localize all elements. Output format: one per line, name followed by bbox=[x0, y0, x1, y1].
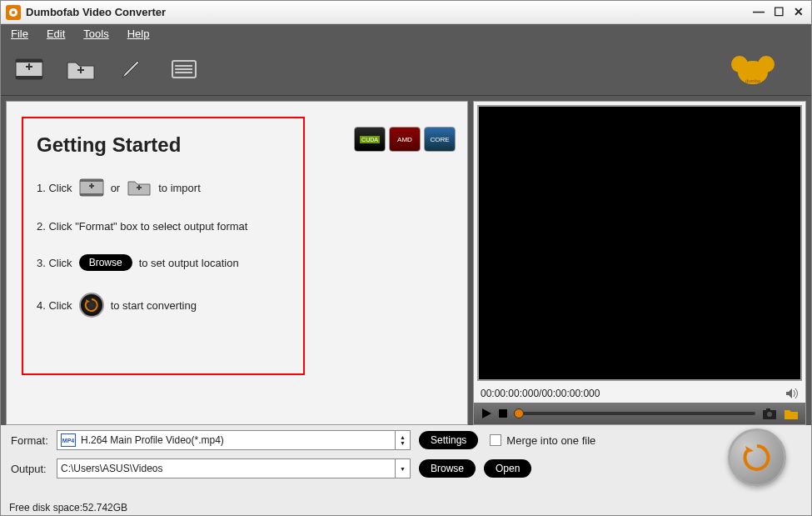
player-controls bbox=[474, 403, 805, 424]
convert-icon-example bbox=[79, 293, 104, 318]
format-label: Format: bbox=[11, 434, 57, 447]
merge-checkbox[interactable] bbox=[490, 434, 501, 446]
svg-point-14 bbox=[175, 68, 177, 70]
menu-help[interactable]: Help bbox=[127, 28, 150, 40]
open-folder-button[interactable] bbox=[784, 407, 799, 420]
mp4-icon: MP4 bbox=[61, 433, 76, 447]
maximize-button[interactable]: ☐ bbox=[771, 5, 786, 20]
svg-rect-3 bbox=[16, 59, 42, 63]
svg-rect-24 bbox=[91, 183, 92, 188]
menu-bar: File Edit Tools Help bbox=[1, 24, 811, 43]
getting-started-box: Getting Started 1. Click or to import 2.… bbox=[22, 117, 305, 375]
svg-point-17 bbox=[731, 56, 748, 73]
video-preview bbox=[477, 105, 802, 381]
step3-prefix: 3. Click bbox=[37, 257, 72, 269]
menu-file[interactable]: File bbox=[11, 28, 28, 40]
toolbar: dumbo bbox=[1, 43, 811, 96]
svg-rect-6 bbox=[28, 63, 30, 70]
output-label: Output: bbox=[11, 463, 57, 475]
svg-rect-21 bbox=[80, 179, 103, 182]
film-add-icon bbox=[79, 177, 104, 198]
cuda-badge: CUDA bbox=[354, 127, 386, 152]
intel-badge: CORE bbox=[424, 127, 456, 152]
title-bar: Dumbofab Video Converter — ☐ ✕ bbox=[1, 1, 811, 24]
svg-text:dumbo: dumbo bbox=[745, 78, 761, 83]
step1-prefix: 1. Click bbox=[37, 182, 72, 194]
open-button[interactable]: Open bbox=[484, 459, 531, 478]
preview-panel: 00:00:00:000/00:00:00:000 bbox=[473, 101, 806, 425]
gpu-badges: CUDA AMD CORE bbox=[354, 127, 456, 152]
step4-suffix: to start converting bbox=[111, 299, 197, 312]
play-button[interactable] bbox=[481, 408, 492, 419]
output-dropdown-icon[interactable]: ▼ bbox=[395, 459, 410, 478]
stop-button[interactable] bbox=[499, 409, 507, 418]
edit-button[interactable] bbox=[116, 54, 149, 84]
menu-tools[interactable]: Tools bbox=[83, 28, 108, 40]
menu-edit[interactable]: Edit bbox=[47, 28, 65, 40]
svg-rect-22 bbox=[80, 193, 103, 196]
output-combo[interactable]: C:\Users\ASUS\Videos ▼ bbox=[57, 458, 411, 478]
list-button[interactable] bbox=[167, 54, 201, 84]
settings-button[interactable]: Settings bbox=[419, 431, 478, 449]
browse-button[interactable]: Browse bbox=[419, 459, 476, 478]
browse-pill-example: Browse bbox=[79, 254, 132, 271]
svg-point-18 bbox=[758, 56, 775, 73]
bottom-panel: Format: MP4 H.264 Main Profile Video(*.m… bbox=[1, 425, 811, 516]
format-combo[interactable]: MP4 H.264 Main Profile Video(*.mp4) ▲▼ bbox=[57, 430, 411, 450]
add-file-button[interactable] bbox=[12, 54, 46, 84]
svg-rect-26 bbox=[138, 185, 140, 190]
time-bar: 00:00:00:000/00:00:00:000 bbox=[474, 384, 805, 403]
folder-add-icon bbox=[127, 177, 152, 198]
app-title: Dumbofab Video Converter bbox=[26, 6, 166, 18]
svg-point-13 bbox=[175, 65, 177, 67]
seek-bar[interactable] bbox=[514, 412, 755, 415]
svg-rect-4 bbox=[16, 76, 42, 79]
svg-point-1 bbox=[12, 11, 15, 14]
step2-text: 2. Click "Format" box to select output f… bbox=[37, 220, 247, 233]
seek-handle[interactable] bbox=[514, 408, 524, 418]
minimize-button[interactable]: — bbox=[751, 5, 766, 20]
svg-point-28 bbox=[767, 412, 772, 417]
convert-button[interactable] bbox=[728, 428, 786, 487]
close-button[interactable]: ✕ bbox=[791, 5, 806, 20]
format-value: H.264 Main Profile Video(*.mp4) bbox=[81, 434, 224, 446]
add-folder-button[interactable] bbox=[64, 54, 97, 84]
svg-rect-8 bbox=[80, 67, 82, 73]
step3-suffix: to set output location bbox=[139, 257, 239, 269]
volume-icon[interactable] bbox=[785, 388, 799, 399]
amd-badge: AMD bbox=[389, 127, 421, 152]
format-dropdown-icon[interactable]: ▲▼ bbox=[395, 431, 410, 449]
brand-logo-icon: dumbo bbox=[728, 48, 778, 89]
step1-or: or bbox=[111, 182, 121, 194]
disk-space-label: Free disk space:52.742GB bbox=[9, 502, 127, 513]
svg-rect-29 bbox=[766, 408, 770, 411]
app-logo-icon bbox=[6, 5, 21, 20]
output-value: C:\Users\ASUS\Videos bbox=[61, 463, 163, 474]
merge-label: Merge into one file bbox=[506, 434, 595, 447]
step1-suffix: to import bbox=[158, 182, 201, 194]
left-panel: Getting Started 1. Click or to import 2.… bbox=[6, 101, 468, 425]
svg-point-15 bbox=[175, 72, 177, 73]
snapshot-button[interactable] bbox=[762, 407, 777, 420]
main-area: Getting Started 1. Click or to import 2.… bbox=[1, 96, 811, 425]
step4-prefix: 4. Click bbox=[37, 299, 72, 312]
getting-started-heading: Getting Started bbox=[37, 133, 290, 157]
time-display: 00:00:00:000/00:00:00:000 bbox=[481, 388, 600, 399]
